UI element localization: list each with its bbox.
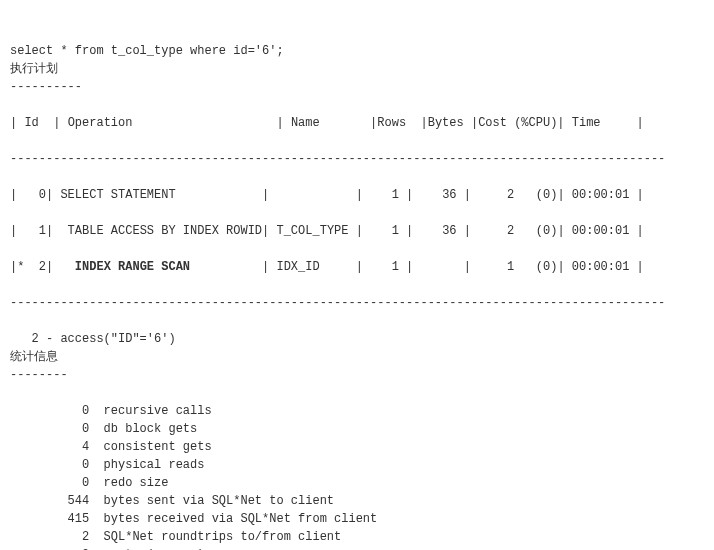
sql-query: select * from t_col_type where id='6'; <box>10 44 284 58</box>
col-rows: Rows <box>377 116 406 130</box>
col-time: Time <box>572 116 601 130</box>
col-bytes: Bytes <box>428 116 464 130</box>
col-cost: Cost (%CPU) <box>478 116 557 130</box>
op-index-range-scan: INDEX RANGE SCAN <box>53 260 262 274</box>
col-id: Id <box>24 116 38 130</box>
plan-header: | Id | Operation | Name |Rows |Bytes |Co… <box>10 116 644 130</box>
plan-rule-bottom: ----------------------------------------… <box>10 296 665 310</box>
predicate-info: 2 - access("ID"='6') <box>10 332 176 346</box>
stats-label: 统计信息 <box>10 350 58 364</box>
plan-row: |* 2| INDEX RANGE SCAN | IDX_ID | 1 | | … <box>10 260 644 274</box>
col-name: Name <box>291 116 320 130</box>
plan-rule-top: ----------------------------------------… <box>10 152 665 166</box>
plan-row: | 1| TABLE ACCESS BY INDEX ROWID| T_COL_… <box>10 224 644 238</box>
plan-underline: ---------- <box>10 80 82 94</box>
plan-label: 执行计划 <box>10 62 58 76</box>
stats-underline: -------- <box>10 368 68 382</box>
col-op: Operation <box>68 116 133 130</box>
plan-row: | 0| SELECT STATEMENT | | 1 | 36 | 2 (0)… <box>10 188 644 202</box>
stats-block: 0 recursive calls 0 db block gets 4 cons… <box>10 404 377 550</box>
sql-output: select * from t_col_type where id='6'; 执… <box>10 42 704 550</box>
